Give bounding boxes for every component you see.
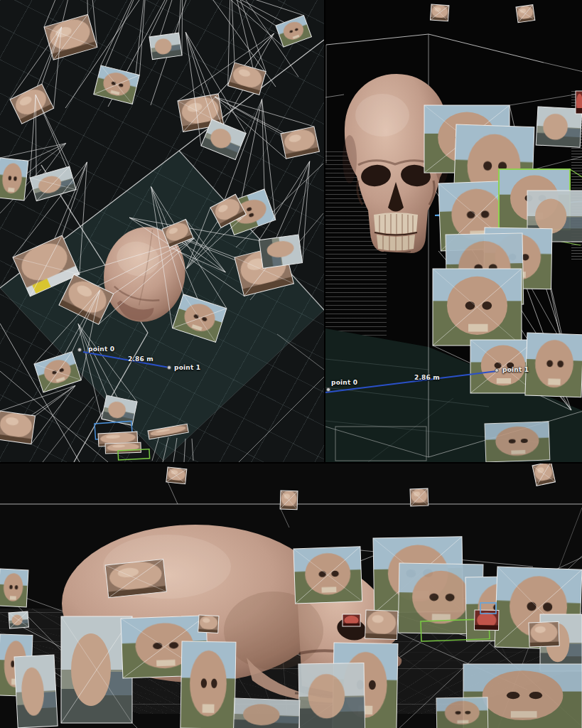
camera-thumbnail [298,663,365,728]
camera-frustum [0,375,75,449]
camera-thumbnail [485,422,550,462]
camera-thumbnail [365,610,398,640]
camera-frustum [200,0,289,95]
camera-frustum [198,615,219,633]
camera-frustum [280,491,298,510]
camera-thumbnail [233,698,299,728]
camera-frustum [532,464,555,486]
camera-frustum [576,91,582,114]
measurement-point-marker[interactable] [168,366,171,370]
camera-frustum [298,663,365,728]
camera-thumbnail [276,16,311,47]
camera-frustum [430,4,448,21]
camera-thumbnail [536,107,582,147]
measurement-point-marker[interactable] [327,388,330,392]
camera-frustum [140,0,194,60]
wireframe-scene [325,0,582,462]
measurement-point1-label: point 1 [502,366,529,373]
camera-frustum [433,269,522,346]
measurement-distance-label: 2.86 m [128,355,153,363]
measurement-point1-label: point 1 [174,364,200,371]
camera-frustum [536,107,582,147]
measurement-distance-label: 2.86 m [414,374,440,381]
camera-frustum [180,641,236,728]
camera-frustum [14,655,58,728]
camera-thumbnail [436,697,488,728]
wireframe-line [43,397,94,462]
wireframe-line [429,34,544,63]
measurement-point0-label: point 0 [331,379,357,386]
camera-thumbnail [149,33,182,60]
wireframe-line [281,509,289,528]
camera-thumbnail [14,655,58,728]
camera-frustum [9,611,28,628]
camera-frustum [365,610,398,640]
wireframe-line [325,95,344,97]
camera-thumbnail [198,615,219,633]
camera-thumbnail [228,63,266,95]
camera-thumbnail [529,622,559,647]
camera-thumbnail [576,91,582,114]
camera-frustum [516,5,535,23]
measurement-point-marker[interactable] [78,348,82,352]
camera-thumbnail [281,127,319,159]
camera-frustum [343,614,360,626]
wireframe-line [534,156,582,169]
camera-thumbnail [259,235,303,268]
camera-frustum [0,569,28,607]
camera-frustum [436,697,488,728]
camera-frustum [21,0,119,60]
measurement-point-marker[interactable] [495,369,499,373]
wireframe-line [326,34,429,45]
camera-frustum [525,333,582,397]
viewport-top-left[interactable] [0,0,324,462]
camera-thumbnail [532,464,555,486]
camera-frustum [105,442,141,454]
wireframe-line [239,377,324,462]
measurement-point0-label: point 0 [88,346,114,353]
camera-frustum [410,488,429,506]
viewport-bottom[interactable] [0,462,582,728]
camera-frustum [166,467,187,484]
viewport-top-right[interactable] [324,0,582,462]
camera-thumbnail [0,569,28,607]
camera-frustum [529,622,559,647]
camera-thumbnail [105,442,141,454]
camera-thumbnail [180,641,236,728]
wireframe-line [544,63,582,72]
wireframe-line [184,439,185,462]
wireframe-line [510,93,582,105]
camera-thumbnail [343,614,360,626]
camera-thumbnail [525,333,582,397]
wireframe-scene [0,0,324,462]
camera-frustum [485,422,550,462]
wireframe-line [192,439,193,461]
camera-frustum [105,559,166,597]
camera-frustum [293,547,362,604]
wireframe-line [570,169,582,178]
camera-frustum [233,698,299,728]
wireframe-line [277,334,324,370]
camera-thumbnail [0,158,28,200]
app-window: point 0 2.86 m point 1 point 0 2.86 m po… [0,0,582,728]
wireframe-line [168,482,178,504]
camera-thumbnail [0,411,36,444]
wireframe-scene [0,464,582,728]
